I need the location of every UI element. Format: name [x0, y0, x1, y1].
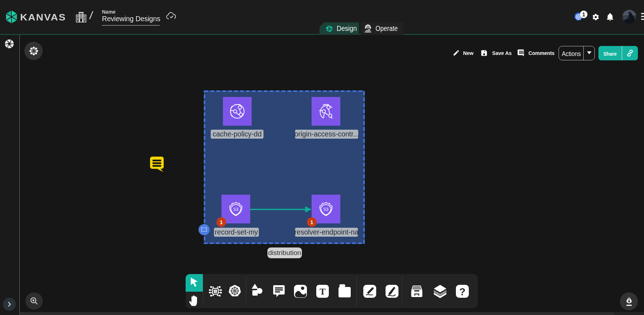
svg-text:1: 1 — [582, 11, 585, 18]
svg-text:?: ? — [459, 286, 465, 297]
svg-text:T: T — [319, 287, 326, 296]
svg-text:53: 53 — [323, 207, 328, 212]
svg-text:53: 53 — [233, 207, 238, 212]
